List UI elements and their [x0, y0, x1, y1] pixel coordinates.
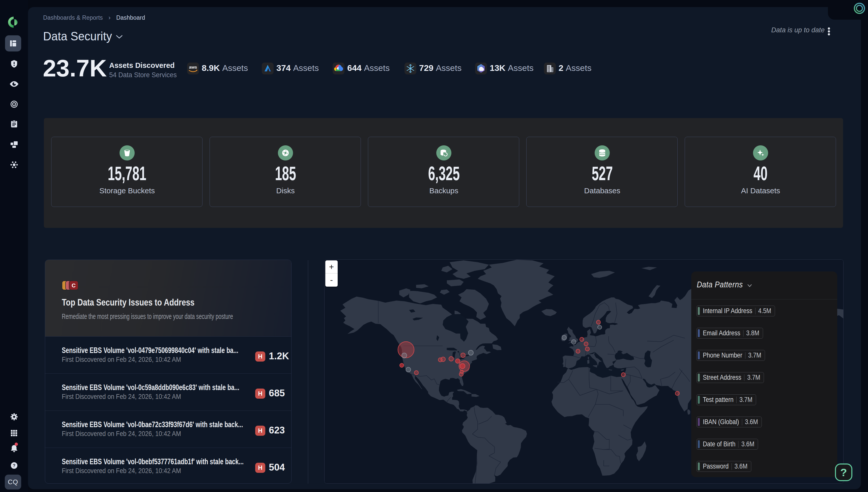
svg-text:aws: aws: [189, 65, 197, 70]
svg-text:?: ?: [12, 463, 15, 468]
